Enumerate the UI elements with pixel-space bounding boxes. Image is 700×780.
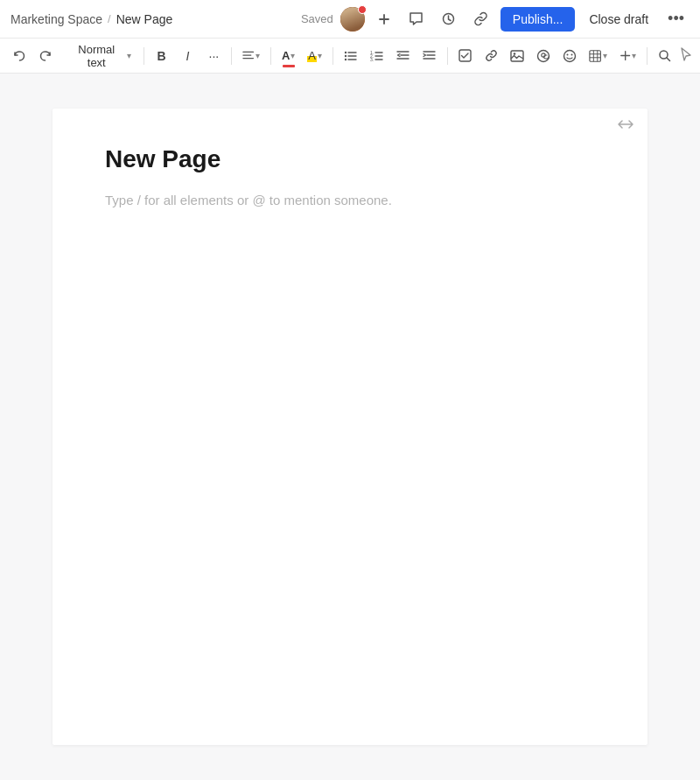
outdent-button[interactable] — [391, 44, 416, 68]
publish-button[interactable]: Publish... — [500, 7, 576, 32]
text-style-dropdown[interactable]: Normal text ▾ — [63, 44, 138, 68]
notification-dot — [358, 5, 367, 14]
text-color-underline — [283, 65, 295, 67]
italic-button[interactable]: I — [175, 44, 200, 68]
svg-point-12 — [564, 50, 576, 61]
table-button[interactable]: ▾ — [584, 44, 612, 68]
link-button[interactable] — [479, 44, 503, 68]
history-icon — [441, 11, 456, 26]
insert-button[interactable]: ▾ — [614, 44, 641, 68]
divider-3 — [270, 47, 271, 65]
breadcrumb: Marketing Space / New Page — [10, 12, 172, 26]
divider-2 — [231, 47, 232, 65]
alignment-button[interactable]: ▾ — [237, 44, 264, 68]
highlight-button[interactable]: A ▾ — [303, 44, 327, 68]
divider-5 — [447, 47, 448, 65]
breadcrumb-space[interactable]: Marketing Space — [10, 12, 102, 26]
svg-point-3 — [345, 59, 346, 60]
svg-point-14 — [571, 53, 573, 55]
undo-redo-group — [7, 44, 58, 68]
svg-point-13 — [567, 53, 569, 55]
text-color-chevron-icon: ▾ — [290, 51, 295, 60]
add-button[interactable] — [372, 9, 396, 30]
expand-icon — [618, 119, 634, 130]
avatar-wrapper[interactable] — [340, 7, 365, 32]
history-button[interactable] — [436, 8, 461, 30]
insert-icon — [620, 49, 631, 62]
bullet-list-button[interactable] — [339, 44, 363, 68]
mention-button[interactable] — [531, 44, 556, 68]
more-options-button[interactable]: ••• — [662, 6, 690, 32]
alignment-icon — [242, 49, 254, 62]
svg-text:3.: 3. — [370, 57, 374, 62]
highlight-chevron-icon: ▾ — [318, 51, 322, 60]
expand-button[interactable] — [618, 119, 634, 130]
more-options-icon: ••• — [668, 10, 684, 28]
text-style-label: Normal text — [70, 43, 123, 69]
toolbar: Normal text ▾ B I ··· ▾ A ▾ A ▾ — [0, 39, 700, 74]
outdent-icon — [396, 49, 410, 62]
bullet-list-icon — [344, 49, 357, 62]
indent-icon — [423, 49, 436, 62]
undo-icon — [12, 49, 26, 63]
undo-button[interactable] — [7, 44, 32, 68]
text-color-icon: A — [282, 49, 290, 62]
indent-button[interactable] — [417, 44, 442, 68]
image-button[interactable] — [505, 44, 529, 68]
more-formatting-button[interactable]: ··· — [201, 44, 226, 68]
top-bar-right: Saved — [301, 6, 690, 32]
breadcrumb-separator: / — [108, 12, 111, 25]
page-title[interactable]: New Page — [105, 144, 595, 175]
link-icon — [473, 11, 488, 26]
cursor-icon — [679, 46, 693, 62]
svg-point-10 — [538, 50, 550, 61]
comment-button[interactable] — [403, 8, 429, 30]
top-bar: Marketing Space / New Page Saved — [0, 0, 700, 39]
search-button[interactable] — [653, 44, 677, 68]
divider-1 — [144, 47, 144, 65]
bold-button[interactable]: B — [149, 44, 173, 68]
italic-icon: I — [186, 49, 189, 63]
emoji-button[interactable] — [557, 44, 582, 68]
alignment-chevron-icon: ▾ — [256, 51, 260, 60]
editor-placeholder[interactable]: Type / for all elements or @ to mention … — [105, 193, 595, 207]
mention-icon — [536, 49, 550, 63]
editor-content[interactable]: New Page Type / for all elements or @ to… — [52, 109, 648, 745]
redo-icon — [38, 49, 52, 63]
editor-area: New Page Type / for all elements or @ to… — [0, 74, 700, 780]
svg-rect-15 — [590, 50, 600, 60]
image-icon — [510, 49, 524, 63]
more-formatting-icon: ··· — [209, 49, 220, 63]
table-chevron-icon: ▾ — [603, 51, 607, 60]
svg-point-2 — [345, 55, 346, 57]
chevron-down-icon: ▾ — [127, 51, 131, 60]
plus-icon — [377, 12, 391, 26]
link-toolbar-icon — [485, 49, 498, 62]
saved-status: Saved — [301, 12, 333, 25]
redo-button[interactable] — [33, 44, 58, 68]
ordered-list-button[interactable]: 1. 2. 3. — [365, 44, 389, 68]
checkbox-icon — [458, 49, 472, 62]
comment-icon — [409, 11, 424, 26]
svg-point-1 — [345, 52, 346, 53]
cursor-indicator — [679, 46, 693, 66]
breadcrumb-page[interactable]: New Page — [116, 12, 173, 26]
divider-6 — [647, 47, 648, 65]
ordered-list-icon: 1. 2. 3. — [370, 49, 383, 62]
bold-icon: B — [157, 49, 165, 63]
search-icon — [658, 49, 672, 63]
close-draft-button[interactable]: Close draft — [582, 7, 655, 32]
svg-point-9 — [514, 53, 516, 55]
emoji-icon — [563, 49, 577, 63]
insert-chevron-icon: ▾ — [632, 51, 636, 60]
text-color-button[interactable]: A ▾ — [276, 44, 301, 68]
divider-4 — [332, 47, 333, 65]
checkbox-button[interactable] — [452, 44, 477, 68]
highlight-icon: A — [307, 49, 317, 62]
table-icon — [589, 49, 601, 63]
share-button[interactable] — [468, 8, 494, 30]
